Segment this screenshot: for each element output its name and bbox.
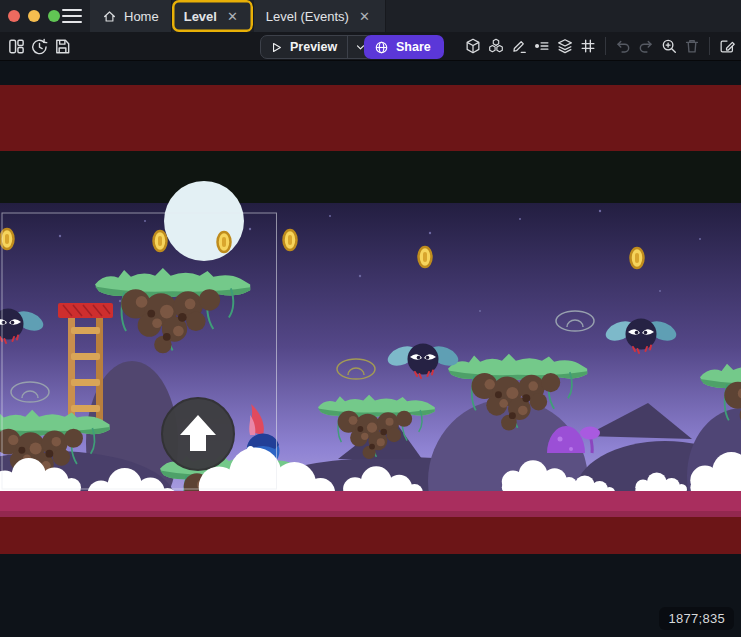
history-icon[interactable] — [28, 35, 50, 57]
zoom-window-button[interactable] — [48, 10, 60, 22]
tab-home[interactable]: Home — [90, 0, 172, 32]
coin[interactable] — [218, 232, 231, 252]
objects-panel-icon[interactable] — [462, 35, 484, 57]
traffic-lights — [8, 10, 60, 22]
preview-button[interactable]: Preview — [261, 36, 347, 58]
tab-label: Home — [124, 9, 159, 24]
pen-icon[interactable] — [508, 35, 530, 57]
project-manager-icon[interactable] — [5, 35, 27, 57]
share-button[interactable]: Share — [364, 35, 444, 59]
pink-band-shade — [0, 511, 741, 517]
trash-icon[interactable] — [681, 35, 703, 57]
tab-bar: Home Level ✕ Level (Events) ✕ — [0, 0, 741, 32]
toolbar: Preview Share — [0, 32, 741, 61]
tab-strip: Home Level ✕ Level (Events) ✕ — [90, 0, 386, 32]
coin[interactable] — [631, 248, 644, 268]
moon[interactable] — [164, 181, 244, 261]
coin[interactable] — [284, 230, 297, 250]
gdevelop-window: Home Level ✕ Level (Events) ✕ — [0, 0, 741, 637]
up-arrow-control-button[interactable] — [162, 398, 234, 470]
redo-icon[interactable] — [635, 35, 657, 57]
globe-icon — [374, 40, 389, 55]
close-tab-icon[interactable]: ✕ — [356, 9, 373, 24]
scene-properties-icon[interactable] — [716, 35, 738, 57]
play-icon — [270, 41, 283, 54]
zoom-in-icon[interactable] — [658, 35, 680, 57]
tab-level-events[interactable]: Level (Events) ✕ — [254, 0, 386, 32]
top-red-band[interactable] — [0, 85, 741, 151]
instances-list-icon[interactable] — [531, 35, 553, 57]
minimize-window-button[interactable] — [28, 10, 40, 22]
home-icon — [102, 9, 117, 24]
canvas-background-bottom — [0, 554, 741, 637]
hamburger-menu-icon[interactable] — [62, 9, 82, 23]
undo-icon[interactable] — [612, 35, 634, 57]
close-window-button[interactable] — [8, 10, 20, 22]
save-icon[interactable] — [51, 35, 73, 57]
scene-canvas: 1877;835 — [0, 61, 741, 637]
preview-button-group: Preview — [260, 35, 373, 59]
coin[interactable] — [154, 231, 167, 251]
tab-level[interactable]: Level ✕ — [172, 0, 254, 32]
bottom-red-band[interactable] — [0, 517, 741, 554]
tab-label: Level — [184, 9, 217, 24]
dark-band[interactable] — [0, 151, 741, 203]
object-groups-icon[interactable] — [485, 35, 507, 57]
layers-icon[interactable] — [554, 35, 576, 57]
scene-viewport[interactable] — [0, 61, 741, 637]
tab-label: Level (Events) — [266, 9, 349, 24]
coin[interactable] — [419, 247, 432, 267]
close-tab-icon[interactable]: ✕ — [224, 9, 241, 24]
grid-icon[interactable] — [577, 35, 599, 57]
cursor-coordinates-badge: 1877;835 — [659, 607, 734, 630]
pink-band[interactable] — [0, 491, 741, 511]
